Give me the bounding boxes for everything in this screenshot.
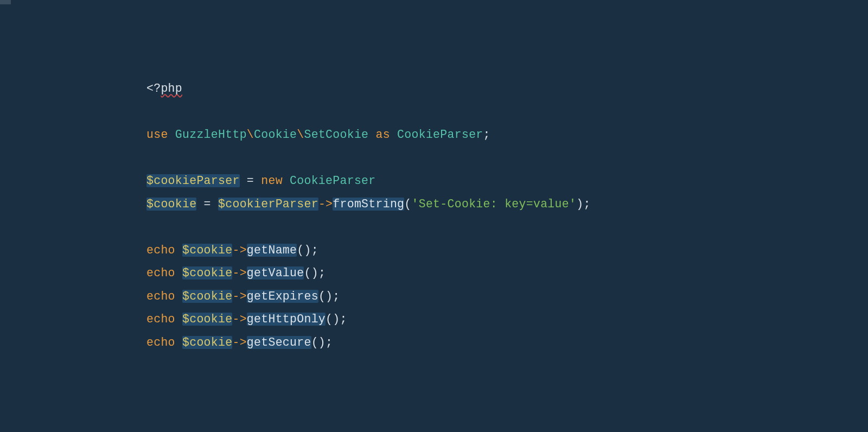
- code-line-12[interactable]: echo $cookie->getSecure();: [146, 331, 868, 354]
- keyword-echo: echo: [146, 290, 175, 303]
- space: [175, 336, 182, 349]
- operator-eq: =: [196, 198, 218, 211]
- ns-separator: \: [247, 128, 254, 141]
- method-call: getName: [247, 244, 297, 257]
- php-tag: php: [161, 82, 182, 95]
- keyword-new: new: [261, 174, 283, 187]
- semicolon: ;: [333, 290, 340, 303]
- method-call: getHttpOnly: [247, 313, 326, 326]
- method-call: getSecure: [247, 336, 311, 349]
- variable: $cookie: [182, 266, 232, 279]
- arrow-operator: ->: [232, 313, 246, 326]
- paren: ): [576, 198, 583, 211]
- semicolon: ;: [311, 244, 318, 257]
- code-line-8[interactable]: echo $cookie->getName();: [146, 239, 868, 262]
- class-name: SetCookie: [304, 128, 368, 141]
- ns-separator: \: [297, 128, 304, 141]
- parens: (): [304, 266, 318, 279]
- keyword-use: use: [146, 128, 168, 141]
- semicolon: ;: [318, 266, 326, 279]
- parens: (): [326, 313, 340, 326]
- space: [283, 174, 290, 187]
- semicolon: ;: [483, 128, 490, 141]
- variable: $cookie: [182, 244, 232, 257]
- code-line-2[interactable]: [146, 100, 868, 124]
- variable: $cookie: [146, 198, 196, 211]
- keyword-echo: echo: [146, 313, 175, 326]
- variable: $cookie: [182, 336, 232, 349]
- operator-eq: =: [240, 174, 261, 187]
- parens: (): [311, 336, 326, 349]
- arrow-operator: ->: [318, 198, 333, 211]
- arrow-operator: ->: [232, 244, 246, 257]
- code-line-3[interactable]: use GuzzleHttp\Cookie\SetCookie as Cooki…: [146, 123, 868, 147]
- keyword-echo: echo: [146, 244, 175, 257]
- method-call: fromString: [333, 198, 404, 211]
- space: [175, 290, 182, 303]
- space: [168, 128, 175, 141]
- alias-name: CookieParser: [397, 128, 483, 141]
- class-name: CookieParser: [290, 174, 375, 187]
- code-line-5[interactable]: $cookieParser = new CookieParser: [146, 169, 868, 193]
- namespace: GuzzleHttp: [175, 128, 247, 141]
- semicolon: ;: [326, 336, 333, 349]
- code-editor[interactable]: <?php use GuzzleHttp\Cookie\SetCookie as…: [0, 0, 868, 354]
- space: [175, 313, 182, 326]
- code-line-10[interactable]: echo $cookie->getExpires();: [146, 285, 868, 308]
- code-line-4[interactable]: [146, 147, 868, 170]
- variable: $cookie: [182, 290, 232, 303]
- space: [368, 128, 375, 141]
- parens: (): [318, 290, 333, 303]
- arrow-operator: ->: [232, 266, 246, 279]
- code-line-11[interactable]: echo $cookie->getHttpOnly();: [146, 308, 868, 331]
- php-open-tag: <?: [146, 82, 161, 95]
- arrow-operator: ->: [232, 336, 246, 349]
- variable: $cookie: [182, 313, 232, 326]
- space: [175, 244, 182, 257]
- code-line-6[interactable]: $cookie = $cookierParser->fromString('Se…: [146, 193, 868, 216]
- parens: (): [297, 244, 311, 257]
- string-literal: 'Set-Cookie: key=value': [412, 198, 577, 211]
- method-call: getExpires: [247, 290, 318, 303]
- keyword-echo: echo: [146, 266, 175, 279]
- keyword-echo: echo: [146, 336, 175, 349]
- code-line-9[interactable]: echo $cookie->getValue();: [146, 262, 868, 285]
- variable: $cookierParser: [218, 198, 318, 211]
- semicolon: ;: [340, 313, 347, 326]
- arrow-operator: ->: [232, 290, 246, 303]
- space: [390, 128, 397, 141]
- space: [175, 266, 182, 279]
- keyword-as: as: [376, 128, 390, 141]
- paren: (: [404, 198, 411, 211]
- method-call: getValue: [247, 266, 304, 279]
- variable: $cookieParser: [146, 174, 240, 187]
- code-line-7[interactable]: [146, 215, 868, 239]
- semicolon: ;: [583, 198, 590, 211]
- namespace: Cookie: [254, 128, 297, 141]
- code-line-1[interactable]: <?php: [146, 77, 868, 100]
- top-bar-marker: [0, 0, 11, 4]
